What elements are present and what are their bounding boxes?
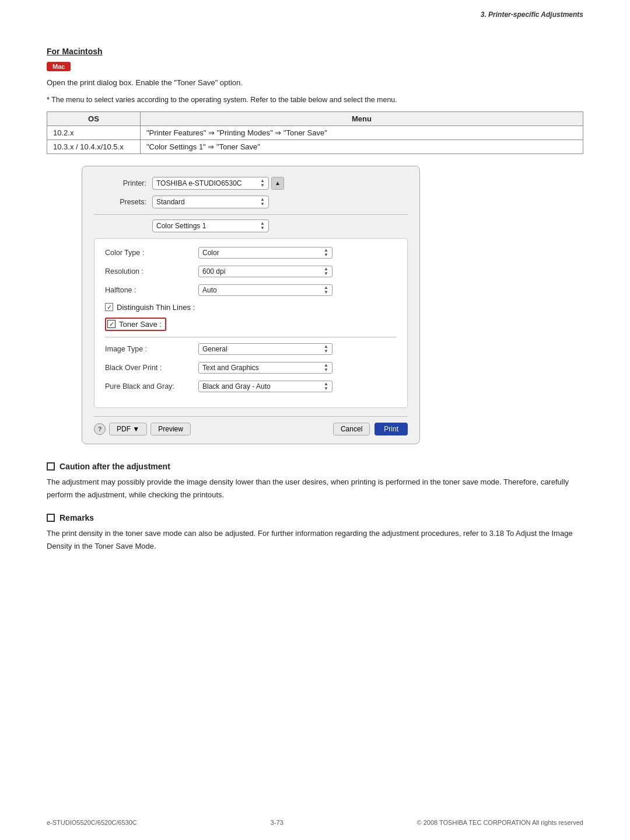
- color-type-arrows: ▲▼: [324, 248, 328, 257]
- note-text: * The menu to select varies according to…: [47, 94, 583, 106]
- footer-right: Cancel Print: [333, 423, 408, 435]
- chapter-header: 3. Printer-specific Adjustments: [481, 11, 583, 19]
- preview-button[interactable]: Preview: [150, 423, 191, 435]
- pure-black-arrows: ▲▼: [324, 382, 328, 391]
- distinguish-checkbox[interactable]: ✓: [105, 303, 113, 311]
- toner-save-label: Toner Save :: [119, 320, 162, 329]
- resolution-row: Resolution : 600 dpi ▲▼: [105, 266, 397, 277]
- image-type-label: Image Type :: [105, 345, 198, 353]
- resolution-label: Resolution :: [105, 267, 198, 276]
- page-footer: e-STUDIO5520C/6520C/6530C 3-73 © 2008 TO…: [47, 819, 583, 826]
- dialog-footer: ? PDF ▼ Preview Cancel Print: [94, 416, 408, 435]
- presets-value: Standard: [156, 198, 257, 206]
- menu-cell: "Printer Features" ⇒ "Printing Modes" ⇒ …: [141, 126, 583, 140]
- footer-left: ? PDF ▼ Preview: [94, 423, 191, 435]
- remarks-section: Remarks The print density in the toner s…: [47, 513, 583, 553]
- color-type-row: Color Type : Color ▲▼: [105, 247, 397, 259]
- image-type-arrows: ▲▼: [324, 344, 328, 354]
- print-dialog: Printer: TOSHIBA e-STUDIO6530C ▲▼ ▲ Pres…: [82, 166, 420, 444]
- color-settings-value: Color Settings 1: [156, 222, 257, 230]
- remarks-text: The print density in the toner save mode…: [47, 527, 583, 553]
- menu-table: OS Menu 10.2.x "Printer Features" ⇒ "Pri…: [47, 111, 583, 154]
- halftone-arrows: ▲▼: [324, 285, 328, 295]
- image-type-select[interactable]: General ▲▼: [198, 343, 332, 355]
- separator: [94, 214, 408, 215]
- col-menu-header: Menu: [141, 111, 583, 126]
- color-settings-row: Color Settings 1 ▲▼: [94, 219, 408, 232]
- black-over-select[interactable]: Text and Graphics ▲▼: [198, 362, 332, 374]
- resolution-select[interactable]: 600 dpi ▲▼: [198, 266, 332, 277]
- pure-black-select[interactable]: Black and Gray - Auto ▲▼: [198, 381, 332, 392]
- black-over-arrows: ▲▼: [324, 363, 328, 372]
- settings-panel: Color Type : Color ▲▼ Resolution : 600 d…: [94, 238, 408, 408]
- halftone-select[interactable]: Auto ▲▼: [198, 284, 332, 296]
- black-over-row: Black Over Print : Text and Graphics ▲▼: [105, 362, 397, 374]
- print-button[interactable]: Print: [374, 423, 408, 435]
- caution-icon: [47, 462, 55, 470]
- image-type-value: General: [202, 345, 320, 353]
- halftone-label: Halftone :: [105, 286, 198, 294]
- help-button[interactable]: ?: [94, 423, 106, 435]
- printer-select[interactable]: TOSHIBA e-STUDIO6530C ▲▼: [152, 177, 269, 190]
- presets-select[interactable]: Standard ▲▼: [152, 196, 269, 208]
- resolution-value: 600 dpi: [202, 267, 320, 276]
- menu-cell: "Color Settings 1" ⇒ "Toner Save": [141, 140, 583, 154]
- caution-heading: Caution after the adjustment: [47, 462, 583, 471]
- toner-save-checkbox[interactable]: ✓: [107, 320, 116, 328]
- presets-arrows: ▲▼: [260, 197, 265, 207]
- presets-label: Presets:: [94, 198, 152, 206]
- black-over-label: Black Over Print :: [105, 364, 198, 372]
- printer-arrows: ▲▼: [260, 179, 265, 188]
- printer-extra-button[interactable]: ▲: [271, 177, 284, 190]
- caution-section: Caution after the adjustment The adjustm…: [47, 462, 583, 501]
- color-type-value: Color: [202, 249, 320, 257]
- remarks-icon: [47, 514, 55, 522]
- printer-row: Printer: TOSHIBA e-STUDIO6530C ▲▼ ▲: [94, 177, 408, 190]
- printer-value: TOSHIBA e-STUDIO6530C: [156, 179, 257, 187]
- caution-text: The adjustment may possibly provide the …: [47, 476, 583, 501]
- black-over-value: Text and Graphics: [202, 364, 320, 372]
- table-row: 10.3.x / 10.4.x/10.5.x "Color Settings 1…: [47, 140, 583, 154]
- os-cell: 10.3.x / 10.4.x/10.5.x: [47, 140, 141, 154]
- distinguish-label: Distinguish Thin Lines :: [117, 303, 195, 312]
- footer-center-page: 3-73: [271, 819, 284, 826]
- distinguish-row: ✓ Distinguish Thin Lines :: [105, 303, 397, 312]
- toner-save-highlight[interactable]: ✓ Toner Save :: [105, 318, 166, 331]
- col-os-header: OS: [47, 111, 141, 126]
- pure-black-label: Pure Black and Gray:: [105, 382, 198, 391]
- pure-black-value: Black and Gray - Auto: [202, 382, 320, 391]
- resolution-arrows: ▲▼: [324, 267, 328, 276]
- intro-text: Open the print dialog box. Enable the "T…: [47, 77, 583, 89]
- color-settings-arrows: ▲▼: [260, 221, 265, 231]
- table-row: 10.2.x "Printer Features" ⇒ "Printing Mo…: [47, 126, 583, 140]
- image-type-row: Image Type : General ▲▼: [105, 343, 397, 355]
- section-title: For Macintosh: [47, 47, 583, 56]
- mac-badge: Mac: [47, 62, 71, 71]
- remarks-heading: Remarks: [47, 513, 583, 522]
- os-cell: 10.2.x: [47, 126, 141, 140]
- footer-right-text: © 2008 TOSHIBA TEC CORPORATION All right…: [417, 819, 583, 826]
- halftone-value: Auto: [202, 286, 320, 294]
- presets-row: Presets: Standard ▲▼: [94, 196, 408, 208]
- pure-black-row: Pure Black and Gray: Black and Gray - Au…: [105, 381, 397, 392]
- color-type-select[interactable]: Color ▲▼: [198, 247, 332, 259]
- color-type-label: Color Type :: [105, 249, 198, 257]
- printer-label: Printer:: [94, 179, 152, 187]
- footer-left-text: e-STUDIO5520C/6520C/6530C: [47, 819, 137, 826]
- pdf-button[interactable]: PDF ▼: [109, 423, 147, 435]
- settings-separator: [105, 337, 397, 337]
- toner-save-row: ✓ Toner Save :: [105, 318, 397, 331]
- color-settings-select[interactable]: Color Settings 1 ▲▼: [152, 219, 269, 232]
- halftone-row: Halftone : Auto ▲▼: [105, 284, 397, 296]
- cancel-button[interactable]: Cancel: [333, 423, 370, 435]
